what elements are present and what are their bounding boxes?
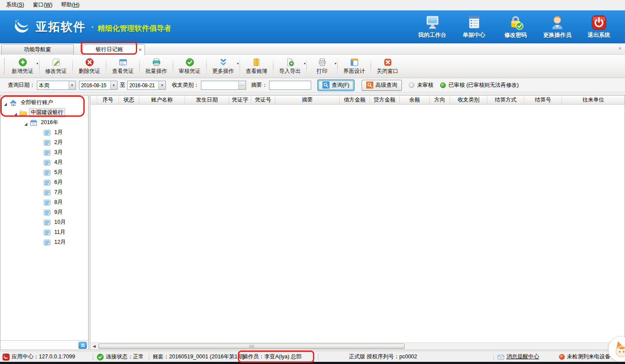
summary-field[interactable]: [269, 81, 311, 90]
horizontal-scrollbar[interactable]: ◀: [91, 342, 624, 349]
column-header[interactable]: 发生日期: [185, 95, 229, 104]
double-chevron-up-icon: [80, 343, 86, 348]
tree-item-month[interactable]: 2月: [0, 138, 88, 148]
workbench-button[interactable]: 我的工作台: [413, 15, 451, 39]
brand-dot: ·: [91, 22, 94, 32]
delete-voucher-button[interactable]: 删除凭证: [73, 55, 105, 78]
tree-item-month[interactable]: 3月: [0, 148, 88, 157]
tree-item-all-accounts[interactable]: 全部银行账户: [0, 98, 88, 108]
advanced-search-button[interactable]: 高级查询: [362, 80, 402, 91]
more-operations-button[interactable]: 更多操作 ▾: [207, 55, 239, 78]
tree-item-month[interactable]: 6月: [0, 177, 88, 187]
chevron-down-icon[interactable]: ▾: [69, 81, 76, 89]
column-header[interactable]: 贷方金额: [370, 95, 400, 104]
menu-window[interactable]: 窗口(W): [30, 0, 58, 10]
message-center-link[interactable]: 消息提醒中心: [497, 353, 539, 361]
close-window-icon: [383, 58, 392, 67]
category-picker-button[interactable]: ···: [238, 81, 246, 89]
close-window-button[interactable]: 关闭窗口: [372, 55, 404, 78]
envelope-icon: [497, 354, 504, 361]
dropdown-arrow[interactable]: ▾: [36, 62, 38, 66]
toolbar-separator: [139, 57, 140, 75]
column-header[interactable]: 往来单位: [562, 95, 625, 104]
summary-input[interactable]: [270, 81, 311, 89]
assistant-mascot[interactable]: [609, 337, 625, 362]
dropdown-arrow[interactable]: ▾: [237, 62, 239, 66]
column-header[interactable]: 凭证字: [229, 95, 251, 104]
tab-function-nav[interactable]: 功能导航窗: [1, 44, 74, 55]
column-header[interactable]: 余额: [400, 95, 430, 104]
tree-item-month[interactable]: 9月: [0, 207, 88, 217]
column-header[interactable]: 状态: [119, 95, 139, 104]
toolbar-separator: [173, 57, 173, 75]
tree-item-year[interactable]: 21 2016年: [0, 118, 88, 128]
tree-item-month[interactable]: 11月: [0, 227, 88, 237]
print-button[interactable]: 打印 ▾: [307, 55, 337, 78]
tree-item-month[interactable]: 12月: [0, 237, 88, 247]
column-header[interactable]: 结算方式: [487, 95, 524, 104]
add-voucher-button[interactable]: 新增凭证 ▾: [7, 55, 39, 78]
change-password-button[interactable]: 修改密码: [497, 15, 535, 39]
home-icon: [10, 99, 17, 106]
search-button[interactable]: 查询(F): [317, 79, 355, 91]
exit-system-button[interactable]: 退出系统: [580, 15, 618, 39]
tree-item-month[interactable]: 10月: [0, 217, 88, 227]
ui-design-button[interactable]: 界面设计: [338, 55, 370, 78]
month-list-icon: [43, 149, 51, 156]
scroll-left-arrow-icon[interactable]: ◀: [91, 343, 98, 350]
column-header[interactable]: 方向: [430, 95, 450, 104]
edit-icon: [52, 58, 61, 67]
month-list-icon: [43, 209, 51, 216]
chevron-down-icon[interactable]: ▾: [110, 81, 117, 89]
delete-icon: [85, 58, 94, 67]
import-export-button[interactable]: 导入导出 ▾: [274, 55, 306, 78]
column-header[interactable]: 借方金额: [340, 95, 370, 104]
toolbar-separator: [371, 57, 371, 75]
scrollbar-thumb[interactable]: [99, 344, 405, 349]
menu-system[interactable]: 系统(S): [3, 0, 30, 10]
window-bottom-edge: [0, 362, 625, 364]
status-separator: [93, 354, 93, 361]
dropdown-arrow[interactable]: ▾: [335, 62, 336, 66]
column-header[interactable]: 序号: [97, 95, 119, 104]
audit-voucher-button[interactable]: 审核凭证: [174, 55, 206, 78]
view-ledger-button[interactable]: 查看账簿: [240, 55, 273, 78]
expander-icon[interactable]: [4, 100, 7, 106]
toolbar-grip[interactable]: [3, 58, 5, 74]
chevron-down-icon[interactable]: ▾: [158, 81, 165, 89]
column-header[interactable]: 摘要: [275, 95, 340, 104]
view-voucher-button[interactable]: 查看凭证: [107, 55, 139, 78]
column-header[interactable]: 结算号: [524, 95, 562, 104]
expander-icon[interactable]: [24, 120, 27, 126]
ledger-icon: [252, 58, 261, 67]
collapse-panel-button[interactable]: [79, 342, 87, 349]
tabstrip-close-icon[interactable]: ×: [618, 45, 622, 52]
tree-item-bank[interactable]: 中国建设银行: [0, 108, 88, 118]
column-header[interactable]: 账户名称: [139, 95, 185, 104]
date-from-select[interactable]: 2016-08-15 ▾: [79, 81, 118, 90]
category-input[interactable]: [201, 81, 238, 89]
batch-operation-button[interactable]: 批量操作: [140, 55, 172, 78]
toolbar-separator: [72, 57, 73, 75]
fox-mascot-icon: [611, 339, 625, 359]
date-to-select[interactable]: 2016-08-21 ▾: [127, 81, 166, 90]
tab-bank-journal[interactable]: 银行日记账: [82, 44, 136, 55]
category-field[interactable]: ···: [201, 81, 246, 90]
expander-icon[interactable]: [14, 110, 17, 116]
scrollbar-grip-icon: [249, 345, 254, 348]
dropdown-arrow[interactable]: ▾: [304, 62, 306, 66]
tree-item-month[interactable]: 5月: [0, 167, 88, 177]
tree-item-month[interactable]: 7月: [0, 187, 88, 197]
edit-voucher-button[interactable]: 修改凭证: [40, 55, 72, 78]
menu-help[interactable]: 帮助(H): [58, 0, 85, 10]
column-header[interactable]: 收支类别: [450, 95, 487, 104]
tree-item-month[interactable]: 8月: [0, 197, 88, 207]
column-header[interactable]: 凭证号: [251, 95, 275, 104]
tab-close-button[interactable]: ×: [136, 44, 145, 55]
period-select[interactable]: 本周 ▾: [37, 81, 76, 90]
tree-item-month[interactable]: 1月: [0, 128, 88, 138]
document-center-button[interactable]: 单据中心: [455, 15, 493, 39]
tree-item-month[interactable]: 4月: [0, 157, 88, 167]
switch-operator-button[interactable]: 更换操作员: [538, 15, 576, 39]
header-actions: 我的工作台 单据中心 修改密码: [413, 15, 618, 39]
